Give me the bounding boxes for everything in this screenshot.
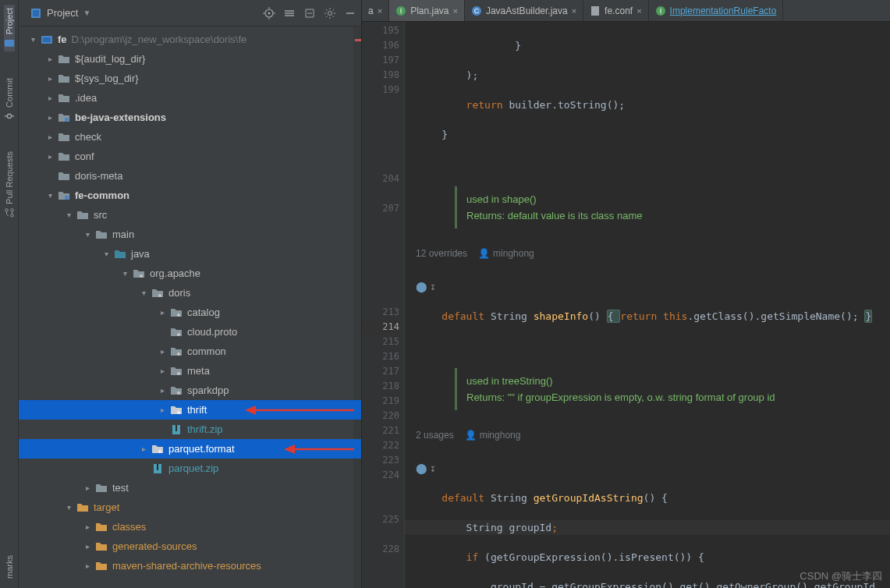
inlay-meta[interactable]: 2 usages👤minghong xyxy=(405,425,890,446)
close-icon[interactable]: × xyxy=(453,6,458,16)
folder-icon xyxy=(58,73,70,85)
tab-javaast[interactable]: CJavaAstBuilder.java× xyxy=(465,0,583,21)
close-icon[interactable]: × xyxy=(378,6,382,16)
tree-item[interactable]: ▸maven-shared-archive-resources xyxy=(19,556,361,576)
svg-rect-38 xyxy=(157,464,158,470)
gear-icon[interactable] xyxy=(324,7,336,19)
locate-icon[interactable] xyxy=(263,7,275,19)
module-icon xyxy=(58,190,70,202)
excluded-folder-icon xyxy=(95,540,108,553)
inlay-meta[interactable]: 12 overrides👤minghong xyxy=(405,243,890,264)
chevron-right-icon[interactable]: ▸ xyxy=(83,561,92,570)
tree-item-parquet[interactable]: ▸parquet.format xyxy=(19,439,361,459)
chevron-right-icon[interactable]: ▸ xyxy=(45,113,55,122)
tree-item[interactable]: ▸meta xyxy=(19,361,361,381)
tree-item[interactable]: ▸test xyxy=(19,478,361,498)
editor-tabs: a× IPlan.java× CJavaAstBuilder.java× fe.… xyxy=(362,0,890,22)
chevron-right-icon[interactable]: ▸ xyxy=(45,94,55,102)
tree-item[interactable]: ▸${audit_log_dir} xyxy=(19,49,361,69)
expand-all-icon[interactable] xyxy=(283,7,296,19)
code-editor[interactable]: } ); return builder.toString(); } used i… xyxy=(405,22,890,588)
chevron-right-icon[interactable]: ▸ xyxy=(83,522,92,531)
package-icon xyxy=(151,443,164,455)
chevron-down-icon[interactable]: ▾ xyxy=(64,211,73,219)
svg-point-1 xyxy=(7,115,11,119)
tree-item[interactable]: ▸${sys_log_dir} xyxy=(19,69,361,88)
chevron-down-icon[interactable]: ▾ xyxy=(101,250,111,258)
tree-item[interactable]: ▸thrift.zip xyxy=(19,420,361,439)
svg-rect-0 xyxy=(4,40,13,47)
java-class-icon: C xyxy=(471,5,482,16)
tree-item-target[interactable]: ▾target xyxy=(19,498,361,517)
chevron-right-icon[interactable]: ▸ xyxy=(45,74,55,83)
svg-text:I: I xyxy=(400,7,402,15)
chevron-down-icon[interactable]: ▾ xyxy=(139,289,148,297)
tree-item[interactable]: ▸catalog xyxy=(19,303,361,322)
tree-item[interactable]: ▸doris-meta xyxy=(19,166,361,186)
tree-item[interactable]: ▾doris xyxy=(19,283,361,303)
tab-implrule[interactable]: IImplementationRuleFacto xyxy=(649,0,784,21)
tree-item[interactable]: ▸sparkdpp xyxy=(19,381,361,400)
tree-item[interactable]: ▸common xyxy=(19,342,361,361)
chevron-down-icon[interactable]: ▾ xyxy=(45,191,55,200)
chevron-right-icon[interactable]: ▸ xyxy=(158,367,167,375)
tab-a[interactable]: a× xyxy=(362,0,389,21)
collapse-icon[interactable] xyxy=(303,7,316,19)
code-wrap: 1951961971981992042072132142152162172182… xyxy=(362,22,890,588)
tree-item[interactable]: ▸conf xyxy=(19,147,361,166)
tree-item-thrift[interactable]: ▸thrift xyxy=(19,400,361,420)
chevron-right-icon[interactable]: ▸ xyxy=(158,308,167,317)
svg-point-6 xyxy=(5,209,8,212)
tree-root[interactable]: ▾feD:\program\jz_new_workspace\doris\fe xyxy=(19,30,361,49)
chevron-down-icon[interactable]: ▾ xyxy=(28,35,37,44)
chevron-down-icon[interactable]: ▾ xyxy=(64,503,73,512)
tab-plan[interactable]: IPlan.java× xyxy=(389,0,465,21)
close-icon[interactable]: × xyxy=(572,6,576,16)
package-icon xyxy=(170,306,183,319)
chevron-right-icon[interactable]: ▸ xyxy=(139,445,148,453)
tree-item-fecommon[interactable]: ▾fe-common xyxy=(19,186,361,205)
close-icon[interactable]: × xyxy=(636,6,641,16)
chevron-right-icon[interactable]: ▸ xyxy=(158,386,167,395)
tree-item[interactable]: ▸classes xyxy=(19,517,361,537)
author-icon: 👤 xyxy=(465,428,477,443)
svg-point-25 xyxy=(177,333,180,336)
zip-icon xyxy=(151,462,164,475)
tool-commit[interactable]: Commit xyxy=(4,75,15,125)
folder-icon xyxy=(95,228,108,241)
chevron-down-icon[interactable]: ▾ xyxy=(83,230,92,239)
tree-item[interactable]: ▸cloud.proto xyxy=(19,322,361,342)
gutter[interactable]: 1951961971981992042072132142152162172182… xyxy=(362,22,405,588)
tool-bookmarks[interactable]: marks xyxy=(5,552,14,582)
chevron-right-icon[interactable]: ▸ xyxy=(83,542,92,551)
tree-item[interactable]: ▸check xyxy=(19,127,361,147)
tab-feconf[interactable]: fe.conf× xyxy=(583,0,648,21)
chevron-right-icon[interactable]: ▸ xyxy=(45,55,55,63)
tool-project[interactable]: Project xyxy=(4,5,15,51)
author-icon: 👤 xyxy=(478,246,490,261)
tree-item[interactable]: ▸parquet.zip xyxy=(19,459,361,478)
minimize-icon[interactable] xyxy=(344,7,356,19)
project-view-select[interactable]: Project ▼ xyxy=(23,5,97,22)
excluded-folder-icon xyxy=(95,521,108,533)
chevron-right-icon[interactable]: ▸ xyxy=(158,347,167,356)
zip-icon xyxy=(170,423,183,436)
tree-item[interactable]: ▾main xyxy=(19,225,361,244)
tree-item[interactable]: ▾org.apache xyxy=(19,264,361,283)
tool-pull-requests[interactable]: Pull Requests xyxy=(4,148,15,221)
tree-item[interactable]: ▾java xyxy=(19,244,361,264)
tree-item[interactable]: ▸be-java-extensions xyxy=(19,108,361,127)
tree-item[interactable]: ▾src xyxy=(19,205,361,225)
chevron-right-icon[interactable]: ▸ xyxy=(45,133,55,141)
chevron-down-icon[interactable]: ▾ xyxy=(120,269,129,278)
chevron-right-icon[interactable]: ▸ xyxy=(158,406,167,414)
tree-item[interactable]: ▸generated-sources xyxy=(19,537,361,556)
tool-bookmarks-label: marks xyxy=(5,555,14,579)
tree-item[interactable]: ▸.idea xyxy=(19,88,361,108)
project-tree[interactable]: ▾feD:\program\jz_new_workspace\doris\fe … xyxy=(19,27,361,588)
chevron-right-icon[interactable]: ▸ xyxy=(45,152,55,161)
pull-icon xyxy=(4,207,15,218)
root-path: D:\program\jz_new_workspace\doris\fe xyxy=(72,34,247,45)
chevron-right-icon[interactable]: ▸ xyxy=(83,484,92,492)
package-icon xyxy=(170,326,183,338)
